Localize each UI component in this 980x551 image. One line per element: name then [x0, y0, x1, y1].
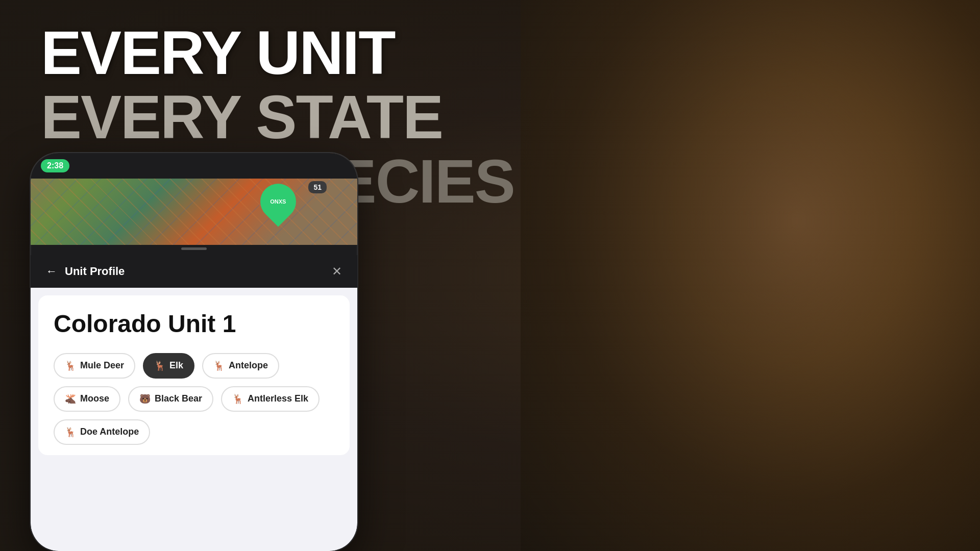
- map-pin-label: ONXS: [270, 198, 286, 205]
- moose-label: Moose: [80, 393, 109, 404]
- antelope-label: Antelope: [229, 360, 268, 371]
- species-row-2: 🫎 Moose 🐻 Black Bear 🦌 Antlerless Elk: [54, 386, 334, 412]
- elk-label: Elk: [169, 360, 183, 371]
- species-grid: 🦌 Mule Deer 🦌 Elk 🦌 Antelope: [54, 353, 334, 445]
- black-bear-label: Black Bear: [155, 393, 202, 404]
- mule-deer-icon: 🦌: [65, 360, 76, 371]
- species-row-1: 🦌 Mule Deer 🦌 Elk 🦌 Antelope: [54, 353, 334, 379]
- species-tag-antelope[interactable]: 🦌 Antelope: [202, 353, 279, 379]
- headline-line-2: EVERY STATE: [41, 85, 514, 149]
- species-tag-doe-antelope[interactable]: 🦌 Doe Antelope: [54, 419, 150, 445]
- close-button[interactable]: ✕: [332, 264, 342, 279]
- phone-content: ← Unit Profile ✕ Colorado Unit 1 🦌 Mule …: [31, 255, 357, 551]
- elk-icon: 🦌: [154, 360, 165, 371]
- phone-mockup: ONXS 51 2:38 ← Unit Profile ✕ Colorado U…: [31, 153, 368, 551]
- phone-frame: ONXS 51 2:38 ← Unit Profile ✕ Colorado U…: [31, 153, 357, 551]
- back-button[interactable]: ←: [46, 265, 57, 278]
- antlerless-elk-icon: 🦌: [232, 393, 243, 405]
- header-left: ← Unit Profile: [46, 265, 125, 278]
- map-badge: 51: [308, 181, 327, 193]
- species-tag-moose[interactable]: 🫎 Moose: [54, 386, 120, 412]
- antelope-icon: 🦌: [213, 360, 225, 371]
- content-header: ← Unit Profile ✕: [31, 255, 357, 288]
- moose-icon: 🫎: [65, 393, 76, 405]
- unit-title: Colorado Unit 1: [54, 311, 334, 338]
- unit-card: Colorado Unit 1 🦌 Mule Deer 🦌 Elk: [38, 295, 350, 455]
- species-tag-mule-deer[interactable]: 🦌 Mule Deer: [54, 353, 135, 379]
- species-tag-black-bear[interactable]: 🐻 Black Bear: [128, 386, 213, 412]
- status-time: 2:38: [41, 159, 69, 172]
- mule-deer-label: Mule Deer: [80, 360, 124, 371]
- panel-title: Unit Profile: [65, 265, 125, 278]
- species-tag-antlerless-elk[interactable]: 🦌 Antlerless Elk: [221, 386, 320, 412]
- status-bar: 2:38: [31, 153, 357, 179]
- species-tag-elk[interactable]: 🦌 Elk: [143, 353, 194, 379]
- doe-antelope-label: Doe Antelope: [80, 427, 139, 437]
- antlerless-elk-label: Antlerless Elk: [248, 393, 308, 404]
- species-row-3: 🦌 Doe Antelope: [54, 419, 334, 445]
- black-bear-icon: 🐻: [139, 393, 151, 405]
- headline-line-1: EVERY UNIT: [41, 20, 514, 85]
- doe-antelope-icon: 🦌: [65, 427, 76, 438]
- drag-handle: [181, 247, 207, 250]
